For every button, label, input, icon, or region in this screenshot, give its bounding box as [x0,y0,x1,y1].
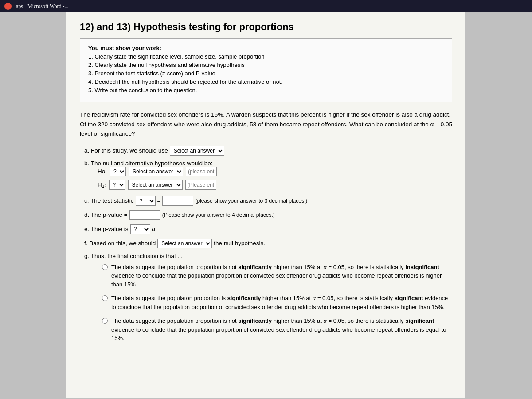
option-2-radio[interactable] [102,295,108,301]
part-c-label: c. The test statistic [84,197,134,204]
part-e-row: e. The p-value is ? > < = α [84,224,452,234]
h1-row: H₁: ? p μ Select an answer = ≠ > < ≥ ≤ [98,180,452,190]
option-3-radio[interactable] [102,318,108,324]
part-c-hint: (please show your answer to 3 decimal pl… [195,198,307,204]
h1-operator-select[interactable]: Select an answer = ≠ > < ≥ ≤ [128,180,183,190]
taskbar-title: Microsoft Word -... [27,3,68,10]
h1-label: H₁: [98,181,106,188]
part-c-input[interactable] [162,196,193,206]
option-3-row: The data suggest the population proporti… [102,317,452,343]
part-d-label: d. The p-value = [84,211,128,218]
part-d-row: d. The p-value = (Please show your answe… [84,210,452,220]
part-b-row: b. The null and alternative hypotheses w… [84,160,452,190]
part-f-suffix: the null hypothesis. [214,240,265,246]
instruction-2: 2. Clearly state the null hypothesis and… [88,62,444,68]
instruction-1: 1. Clearly state the significance level,… [88,53,444,60]
part-f-row: f. Based on this, we should Select an an… [84,239,452,248]
part-d-hint: (Please show your answer to 4 decimal pl… [162,212,275,218]
instruction-5: 5. Write out the conclusion to the quest… [88,87,444,94]
option-2-row: The data suggest the populaton proportio… [102,294,452,311]
part-c-equals: = [157,197,161,204]
ho-operator-select[interactable]: Select an answer = ≠ > < ≥ ≤ [129,167,183,176]
option-1-text: The data suggest the population proporti… [111,263,452,289]
part-f-label: f. Based on this, we should [84,240,156,246]
part-a-select[interactable]: Select an answer a one-tailed test a two… [170,146,224,156]
show-work-label: You must show your work: [88,45,444,51]
instruction-3: 3. Present the test statistics (z-score)… [88,70,444,77]
taskbar-app: aps [16,3,23,10]
conclusion-options: The data suggest the population proporti… [102,263,452,343]
app-icon [4,3,12,10]
h1-value-input[interactable] [185,180,216,190]
part-a-row: a. For this study, we should use Select … [84,146,452,156]
part-e-symbol-select[interactable]: ? > < = [130,224,150,234]
question-section: a. For this study, we should use Select … [84,146,452,343]
problem-text: The recidivism rate for convicted sex of… [80,110,452,139]
main-content: 12) and 13) Hypothesis testing for propo… [66,12,466,398]
ho-value-input[interactable] [186,167,217,176]
option-2-text: The data suggest the populaton proportio… [111,294,452,311]
part-a-label: a. For this study, we should use [84,147,168,154]
ho-row: Ho: ? p μ Select an answer = ≠ > < ≥ ≤ [98,167,452,176]
part-g-label: g. Thus, the final conclusion is that ..… [84,253,183,259]
ho-label: Ho: [98,168,107,175]
ho-symbol-select[interactable]: ? p μ [110,167,126,176]
part-e-alpha: α [152,226,156,232]
part-e-label: e. The p-value is [84,226,129,232]
part-b-label: b. The null and alternative hypotheses w… [84,160,212,167]
page-title: 12) and 13) Hypothesis testing for propo… [80,21,452,33]
part-f-select[interactable]: Select an answer reject fail to reject [157,239,212,248]
instructions-box: You must show your work: 1. Clearly stat… [80,38,452,102]
taskbar: aps Microsoft Word -... [0,0,532,12]
option-1-radio[interactable] [102,264,108,270]
instruction-4: 4. Decided if the null hypothesis should… [88,78,444,85]
part-d-input[interactable] [129,210,160,220]
part-g-row: g. Thus, the final conclusion is that ..… [84,253,452,343]
option-3-text: The data suggest the population proporti… [111,317,452,343]
part-c-row: c. The test statistic ? z t = (please sh… [84,196,452,206]
part-c-symbol-select[interactable]: ? z t [136,196,156,206]
option-1-row: The data suggest the population proporti… [102,263,452,289]
h1-symbol-select[interactable]: ? p μ [109,180,125,190]
